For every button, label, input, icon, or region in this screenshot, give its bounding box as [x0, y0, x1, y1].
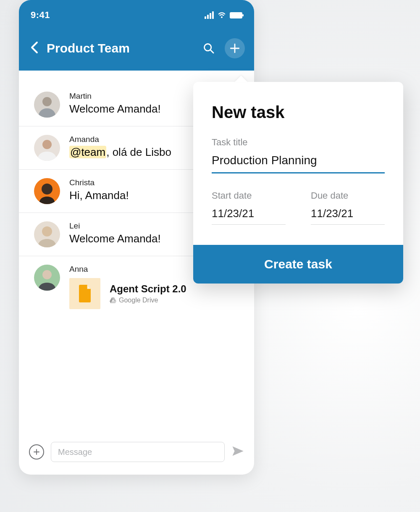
avatar — [34, 265, 60, 291]
navbar: Product Team — [19, 30, 254, 71]
create-task-button[interactable]: Create task — [193, 245, 403, 284]
new-task-popover: New task Task title Production Planning … — [193, 82, 403, 284]
start-date-input[interactable]: 11/23/21 — [212, 207, 286, 225]
due-date-label: Due date — [311, 190, 385, 201]
avatar — [34, 135, 60, 161]
status-indicators — [205, 10, 242, 21]
composer-add-button[interactable] — [29, 444, 44, 459]
svg-point-5 — [42, 270, 52, 279]
svg-point-4 — [42, 226, 52, 236]
send-button[interactable] — [231, 445, 244, 459]
avatar — [34, 178, 60, 204]
avatar — [34, 92, 60, 118]
file-thumbnail — [69, 278, 100, 309]
google-drive-icon — [110, 297, 116, 303]
mention-chip[interactable]: @team — [69, 146, 106, 158]
status-bar: 9:41 — [19, 0, 254, 30]
svg-point-2 — [42, 140, 52, 149]
add-button[interactable] — [225, 38, 245, 58]
avatar — [34, 221, 60, 247]
start-date-label: Start date — [212, 190, 286, 201]
task-title-label: Task title — [212, 137, 385, 148]
attachment-source: Google Drive — [110, 297, 186, 304]
attachment-name: Agent Script 2.0 — [110, 283, 186, 295]
wifi-icon — [217, 10, 226, 21]
back-button[interactable] — [28, 41, 41, 55]
signal-icon — [205, 11, 214, 19]
composer — [19, 433, 254, 475]
message-input[interactable] — [51, 442, 225, 462]
page-title: Product Team — [47, 41, 193, 55]
battery-icon — [230, 12, 242, 18]
task-title-input[interactable]: Production Planning — [212, 154, 385, 173]
svg-point-1 — [42, 97, 52, 106]
search-button[interactable] — [199, 38, 219, 58]
clock: 9:41 — [31, 10, 50, 21]
due-date-input[interactable]: 11/23/21 — [311, 207, 385, 225]
svg-point-3 — [42, 184, 52, 194]
popover-heading: New task — [212, 103, 385, 122]
